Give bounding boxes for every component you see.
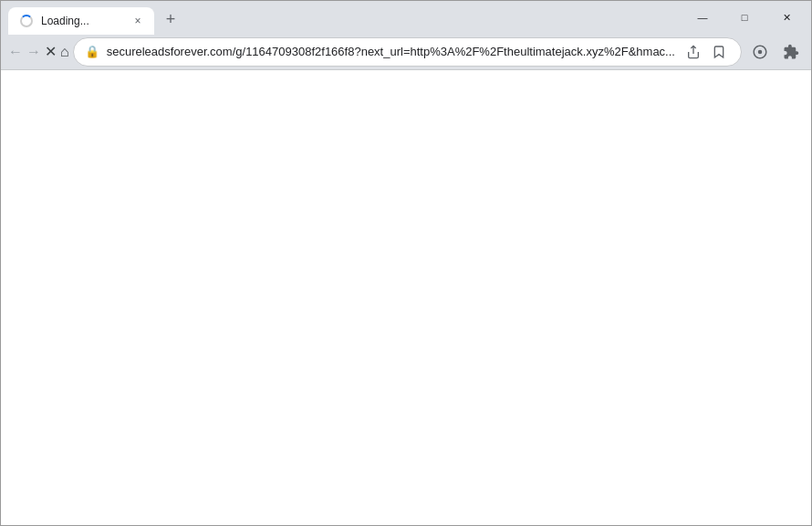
navigation-bar: ← → ✕ ⌂ 🔒 secureleadsforever.com/g/11647… — [1, 34, 811, 70]
address-bar-icons — [682, 41, 730, 63]
lens-icon — [752, 44, 768, 60]
title-bar: Loading... × + — □ ✕ — [1, 1, 811, 34]
close-button[interactable]: ✕ — [765, 1, 807, 34]
bookmark-icon — [712, 45, 726, 59]
address-bar[interactable]: 🔒 secureleadsforever.com/g/1164709308f2f… — [73, 37, 742, 67]
back-button[interactable]: ← — [8, 37, 23, 67]
sidebar-button[interactable] — [807, 37, 812, 67]
google-lens-button[interactable] — [745, 37, 775, 67]
tab-strip: Loading... × + — [1, 1, 682, 34]
toolbar-icons — [745, 37, 812, 67]
bookmark-button[interactable] — [708, 41, 730, 63]
share-icon — [686, 45, 701, 59]
share-button[interactable] — [682, 41, 704, 63]
svg-point-0 — [758, 49, 763, 54]
minimize-button[interactable]: — — [682, 1, 724, 34]
window-controls: — □ ✕ — [682, 1, 811, 34]
extensions-icon — [783, 44, 799, 60]
maximize-button[interactable]: □ — [724, 1, 765, 34]
loading-spinner — [20, 15, 33, 27]
forward-button[interactable]: → — [26, 37, 41, 67]
url-text: secureleadsforever.com/g/1164709308f2f16… — [107, 45, 675, 58]
tab-title: Loading... — [41, 15, 121, 27]
lock-icon: 🔒 — [85, 45, 99, 58]
browser-window: Loading... × + — □ ✕ ← → ✕ ⌂ 🔒 securelea… — [0, 0, 812, 526]
page-content — [1, 70, 811, 525]
stop-button[interactable]: ✕ — [45, 37, 57, 67]
home-button[interactable]: ⌂ — [60, 37, 69, 67]
tab-favicon — [19, 14, 34, 28]
active-tab[interactable]: Loading... × — [8, 7, 154, 35]
extensions-button[interactable] — [776, 37, 806, 67]
new-tab-button[interactable]: + — [158, 6, 183, 32]
tab-close-button[interactable]: × — [129, 12, 147, 30]
